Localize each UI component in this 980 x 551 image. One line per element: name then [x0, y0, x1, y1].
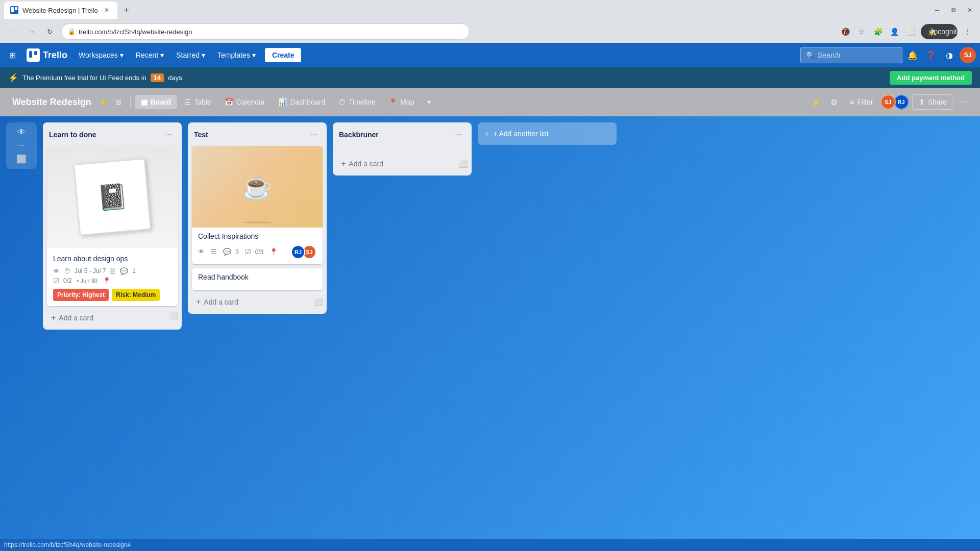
list-menu-button-test[interactable]: ··· [306, 128, 321, 142]
restore-button[interactable]: ⧉ [947, 4, 960, 16]
address-bar[interactable]: 🔒 trello.com/b/lzcfSh4q/website-redesign [61, 23, 470, 40]
list-menu-button-learn-to-done[interactable]: ··· [161, 128, 176, 142]
nav-recent[interactable]: Recent ▾ [131, 48, 169, 62]
tab-timeline[interactable]: ⏱ Timeline [332, 95, 381, 109]
board-watch-button[interactable]: ⊞ [111, 94, 126, 110]
card-design-ops[interactable]: 📓 Learn about design ops 👁 ⏱ Jul [47, 146, 178, 306]
list-title-test[interactable]: Test [194, 131, 306, 139]
list-footer-learn-to-done: + Add a card ⬜ [43, 308, 182, 330]
location-icon-1: 📍 [103, 277, 111, 285]
clock-icon: ⏱ [64, 267, 70, 275]
card-notebook-image: 📓 [47, 146, 178, 248]
date-range: Jul 5 - Jul 7 [75, 267, 106, 274]
card-footer-collect: 👁 ☰ 💬 3 ☑ 0/3 📍 RJ [198, 245, 316, 259]
table-icon: ☰ [184, 98, 191, 106]
status-url: https://trello.com/b/lzcfSh4q/website-re… [4, 541, 131, 548]
apps-grid-button[interactable]: ⊞ [4, 47, 20, 63]
add-card-button-test[interactable]: + Add a card [192, 294, 314, 310]
archive-icon-backbruner[interactable]: ⬜ [459, 160, 468, 168]
board-member-sj[interactable]: SJ [880, 94, 896, 110]
card-collect-inspirations[interactable]: ☕ Collect Inspirations 👁 ☰ 💬 3 [192, 146, 323, 264]
forward-button[interactable]: → [24, 24, 39, 39]
checklist-icon-collect: ☑ [245, 248, 251, 256]
trello-logo[interactable]: Trello [22, 48, 71, 62]
bookmark-icon[interactable]: ☆ [855, 26, 868, 38]
tab-table[interactable]: ☰ Table [178, 95, 217, 109]
nav-templates[interactable]: Templates ▾ [212, 48, 261, 62]
nav-starred[interactable]: Starred ▾ [171, 48, 210, 62]
add-payment-button[interactable]: Add payment method [890, 71, 972, 85]
list-title-backbruner[interactable]: Backbruner [339, 131, 451, 139]
refresh-button[interactable]: ↻ [43, 24, 57, 39]
premium-trial-banner: ⚡ The Premium free trial for UI Feed end… [0, 67, 980, 88]
board-menu-button[interactable]: ··· [957, 94, 972, 110]
new-tab-button[interactable]: + [119, 3, 134, 17]
options-icon[interactable]: ··· [18, 141, 24, 150]
checklist-due: • Jun 30 [77, 278, 97, 284]
power-up-button[interactable]: ⚙ [827, 94, 841, 110]
archive-icon-test[interactable]: ⬜ [314, 298, 323, 306]
more-views-button[interactable]: ▾ [422, 94, 437, 110]
board-members: SJ RJ [883, 94, 909, 110]
sidebar-icon[interactable]: ⬜ [904, 26, 917, 38]
list-title-learn-to-done[interactable]: Learn to done [49, 131, 161, 139]
add-card-label-backbruner: Add a card [349, 160, 383, 168]
minimize-button[interactable]: ─ [931, 4, 943, 16]
checklist-icon: ☑ [53, 277, 59, 285]
filter-button[interactable]: ≡ Filter [844, 95, 879, 109]
add-another-list-button[interactable]: + + Add another list [478, 122, 617, 145]
add-card-button-learn-to-done[interactable]: + Add a card [47, 310, 178, 325]
search-bar[interactable]: 🔍 Search [800, 47, 902, 63]
tab-title: Website Redesign | Trello [22, 7, 98, 14]
list-header-backbruner: Backbruner ··· [333, 122, 472, 144]
plus-icon-list: + [485, 130, 489, 138]
nav-icons: 🔔 ❓ ◑ SJ [904, 47, 976, 63]
eye-icon[interactable]: 👁 [17, 128, 26, 137]
tab-board[interactable]: ▦ Board [135, 95, 177, 109]
list-header-test: Test ··· [188, 122, 327, 144]
browser-actions: 📵 ☆ 🧩 👤 ⬜ 🕵 Incognito ⋮ [839, 24, 974, 39]
board-star-button[interactable]: ★ [97, 95, 109, 109]
archive-icon[interactable]: ⬜ [169, 311, 178, 319]
board-member-rj[interactable]: RJ [894, 94, 909, 110]
card-read-handbook[interactable]: Read handbook [192, 268, 323, 291]
browser-menu-icon[interactable]: ⋮ [962, 26, 974, 38]
card-body-design-ops: Learn about design ops 👁 ⏱ Jul 5 - Jul 7… [47, 248, 178, 306]
add-card-button-backbruner[interactable]: + Add a card [337, 156, 459, 171]
card-badges-design-ops: 👁 ⏱ Jul 5 - Jul 7 ☰ 💬 1 [53, 267, 172, 275]
create-button[interactable]: Create [265, 48, 302, 62]
tab-calendar[interactable]: 📅 Calendar [218, 95, 272, 109]
board-title[interactable]: Website Redesign [8, 95, 95, 110]
eye-icon-collect: 👁 [198, 248, 205, 256]
back-button[interactable]: ← [6, 24, 20, 39]
profile-icon[interactable]: 👤 [888, 26, 900, 38]
banner-text: The Premium free trial for UI Feed ends … [22, 74, 146, 82]
add-card-label: Add a card [59, 314, 93, 322]
tab-dashboard[interactable]: 📊 Dashboard [272, 95, 331, 109]
card-title-design-ops: Learn about design ops [53, 254, 172, 264]
location-icon-collect: 📍 [270, 248, 278, 256]
bell-icon[interactable]: 🔔 [904, 47, 921, 63]
share-button[interactable]: ⬆ Share [912, 94, 953, 110]
tab-map[interactable]: 📍 Map [382, 95, 420, 109]
close-button[interactable]: ✕ [964, 4, 976, 16]
camera-off-icon[interactable]: 📵 [839, 26, 851, 38]
expand-icon[interactable]: ⬜ [16, 154, 27, 164]
tab-close-button[interactable]: ✕ [102, 6, 111, 15]
help-icon[interactable]: ❓ [923, 47, 939, 63]
browser-titlebar: Website Redesign | Trello ✕ + ─ ⧉ ✕ [0, 0, 980, 20]
list-menu-button-backbruner[interactable]: ··· [451, 128, 465, 142]
trello-app: ⊞ Trello Workspaces ▾ Recent ▾ Starre [0, 43, 980, 539]
browser-tab[interactable]: Website Redesign | Trello ✕ [4, 2, 117, 19]
comment-count-1: 1 [132, 267, 136, 274]
extensions-icon[interactable]: 🧩 [872, 26, 884, 38]
share-icon: ⬆ [919, 98, 925, 106]
chevron-down-icon: ▾ [120, 51, 124, 59]
url-display: trello.com/b/lzcfSh4q/website-redesign [79, 28, 192, 36]
incognito-indicator: 🕵 Incognito [921, 24, 958, 39]
automation-button[interactable]: ⚡ [808, 94, 824, 110]
user-avatar[interactable]: SJ [960, 47, 976, 63]
nav-workspaces[interactable]: Workspaces ▾ [74, 48, 129, 62]
theme-icon[interactable]: ◑ [941, 47, 958, 63]
calendar-icon: 📅 [225, 98, 233, 106]
